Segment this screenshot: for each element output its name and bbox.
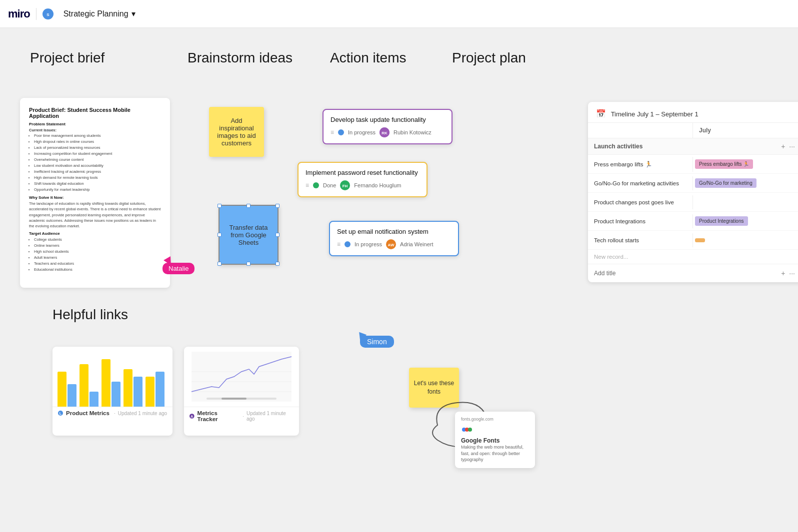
action-card-1[interactable]: Develop task update functionality ≡ In p… xyxy=(322,109,452,144)
link-card-updated-2: Updated 1 minute ago xyxy=(246,411,294,422)
plan-add-button[interactable]: + xyxy=(779,141,787,151)
status-label: In progress xyxy=(348,129,376,135)
link-card-title-2: Metrics Tracker xyxy=(198,410,238,422)
google-fonts-logo-icon xyxy=(461,424,473,436)
list-item: Increasing competition for student engag… xyxy=(34,151,161,157)
nav-divider xyxy=(36,8,36,20)
status-label: In progress xyxy=(354,241,382,247)
action-card-2-meta: ≡ Done FH Fernando Houglum xyxy=(306,180,420,190)
plan-row-4: Product Integrations Product Integration… xyxy=(588,212,798,231)
topnav: miro S Strategic Planning ▾ xyxy=(0,0,798,28)
plan-section-title: Launch activities xyxy=(594,143,779,150)
list-item: Overwhelming course content xyxy=(34,157,161,163)
section-brainstorm: Brainstorm ideas xyxy=(188,50,292,66)
selection-handle-br xyxy=(276,262,280,266)
selection-handle-tm xyxy=(246,204,250,208)
sticky-note-text: Transfer data from Google Sheets xyxy=(224,224,272,246)
list-item: Adult learners xyxy=(34,255,161,261)
plan-row-4-bar: Product Integrations xyxy=(693,214,798,228)
cursor-simon: Simon xyxy=(360,336,394,348)
board-title-button[interactable]: Strategic Planning ▾ xyxy=(60,7,140,20)
plan-row-3-bar xyxy=(693,200,798,204)
status-dot-done xyxy=(313,182,319,188)
list-item: Poor time management among students xyxy=(34,133,161,139)
project-brief-card: Product Brief: Student Success Mobile Ap… xyxy=(20,98,170,288)
line-chart-svg xyxy=(189,352,294,402)
google-fonts-card[interactable]: fonts.google.com Google Fonts Making the… xyxy=(455,412,535,468)
list-item: Inefficient tracking of academic progres… xyxy=(34,169,161,175)
plan-timeline-text: Timeline July 1 – September 1 xyxy=(611,110,698,118)
plan-row-1-text: Press embargo lifts 🏃 xyxy=(594,161,652,168)
project-plan-card: 📅 Timeline July 1 – September 1 July Lau… xyxy=(588,102,798,282)
new-record-text: New record... xyxy=(594,254,628,260)
plan-row-5-text: Tech rollout starts xyxy=(594,237,639,243)
list-item: High school students xyxy=(34,249,161,255)
bar-group-1 xyxy=(58,372,76,407)
plan-columns: July xyxy=(588,123,798,138)
plan-row-4-text: Product Integrations xyxy=(594,218,646,224)
plan-more-button[interactable]: ··· xyxy=(787,141,797,151)
plan-row-1-bar: Press embargo lifts 🏃 xyxy=(693,157,798,171)
bar-5a xyxy=(146,377,154,407)
link-card-footer-1: L Product Metrics · Updated 1 minute ago xyxy=(52,407,172,419)
svg-text:FH: FH xyxy=(342,184,348,188)
bar-1a xyxy=(58,372,66,407)
bar-5b xyxy=(156,372,164,407)
plan-row-1: Press embargo lifts 🏃 Press embargo lift… xyxy=(588,155,798,174)
section-project-plan: Project plan xyxy=(452,50,526,66)
gf-name: Google Fonts xyxy=(461,437,529,444)
gf-url: fonts.google.com xyxy=(461,417,529,422)
bar-1b xyxy=(68,384,76,407)
section-action-items: Action items xyxy=(330,50,406,66)
list-item: High dropout rates in online courses xyxy=(34,139,161,145)
brief-title: Product Brief: Student Success Mobile Ap… xyxy=(29,107,161,119)
link-card-source-1: · xyxy=(114,411,116,416)
list-item: Educational institutions xyxy=(34,267,161,273)
action-card-3[interactable]: Set up email notification system ≡ In pr… xyxy=(329,221,459,256)
assignee-name: Fernando Houglum xyxy=(354,182,401,188)
bar-product-integrations: Product Integrations xyxy=(695,216,748,226)
plan-row-2: Go/No-Go for marketing activities Go/No-… xyxy=(588,174,798,193)
link-card-metrics-tracker[interactable]: A Metrics Tracker · Updated 1 minute ago xyxy=(184,347,299,436)
plan-section-header: Launch activities + ··· xyxy=(588,138,798,155)
miro-logo: miro xyxy=(8,7,30,20)
bar-4a xyxy=(124,369,132,407)
assignee-name: Adria Weinert xyxy=(400,241,433,247)
action-card-3-title: Set up email notification system xyxy=(337,228,451,235)
svg-rect-15 xyxy=(222,398,246,400)
brief-target-list: College students Online learners High sc… xyxy=(29,237,161,273)
plan-row-3-text: Product changes post goes live xyxy=(594,199,674,205)
svg-text:RK: RK xyxy=(382,131,388,135)
svg-text:AW: AW xyxy=(388,243,394,247)
bar-4b xyxy=(134,377,142,407)
plan-col-activities-header xyxy=(588,123,693,138)
list-item: Low student motivation and accountabilit… xyxy=(34,163,161,169)
selection-handle-ml xyxy=(218,233,222,237)
sticky-google-text: Let's use these fonts xyxy=(413,379,455,396)
plan-new-record[interactable]: New record... xyxy=(588,250,798,264)
svg-text:S: S xyxy=(46,12,50,16)
gf-description: Making the web more beautiful, fast, and… xyxy=(461,444,529,463)
section-helpful-links: Helpful links xyxy=(52,307,128,323)
plan-add-title[interactable]: Add title + ··· xyxy=(588,264,798,282)
action-card-1-title: Develop task update functionality xyxy=(330,116,444,123)
avatar-fh: FH xyxy=(340,180,350,190)
plan-row-5-label: Tech rollout starts xyxy=(588,233,693,247)
list-item: Opportunity for market leadership xyxy=(34,187,161,193)
plan-col-july-header: July xyxy=(693,123,798,138)
link-card-product-metrics[interactable]: L Product Metrics · Updated 1 minute ago xyxy=(52,347,172,436)
action-card-2[interactable]: Implement password reset functionality ≡… xyxy=(298,162,428,197)
status-dot-inprogress xyxy=(344,241,350,247)
sticky-note-blue-transfer[interactable]: Transfer data from Google Sheets xyxy=(218,205,278,265)
avatar-rk: RK xyxy=(380,127,390,137)
calendar-icon: 📅 xyxy=(596,109,606,118)
plan-row-2-label: Go/No-Go for marketing activities xyxy=(588,176,693,190)
add-title-more-button[interactable]: ··· xyxy=(787,268,797,278)
sticky-note-yellow-inspirational[interactable]: Add inspirational images to aid customer… xyxy=(209,107,264,157)
svg-rect-10 xyxy=(192,352,292,402)
plan-row-2-bar: Go/No-Go for marketing xyxy=(693,176,798,190)
section-project-brief: Project brief xyxy=(30,50,104,66)
plan-row-3-label: Product changes post goes live xyxy=(588,195,693,209)
plan-row-3: Product changes post goes live xyxy=(588,193,798,212)
add-title-plus-button[interactable]: + xyxy=(779,268,787,278)
